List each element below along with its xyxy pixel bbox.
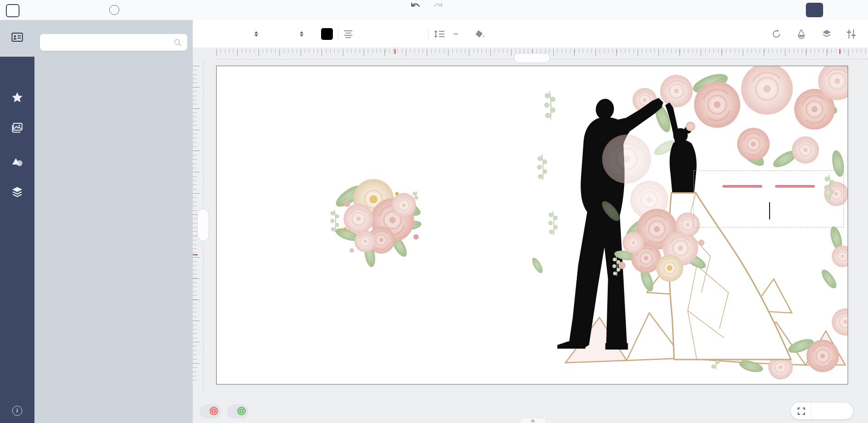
font-size-stepper[interactable] <box>296 20 303 48</box>
safe-zone-badge[interactable]: i <box>227 404 249 418</box>
sidebar: i <box>0 20 34 423</box>
text-cursor <box>769 202 770 219</box>
divider <box>338 28 338 40</box>
sidebar-item-szablony[interactable] <box>0 20 34 57</box>
text-toolbar <box>193 20 868 48</box>
photos-icon <box>11 122 23 134</box>
line-height-icon <box>434 30 445 38</box>
topbar <box>0 0 868 20</box>
cursor-y-marker <box>193 254 198 255</box>
safe-zone-info-icon: i <box>237 407 246 415</box>
sidebar-item-tekst[interactable] <box>0 61 34 63</box>
divider <box>811 403 811 419</box>
center-bouquet[interactable] <box>330 179 423 268</box>
page-width-badge <box>514 53 550 63</box>
droplet-icon <box>797 29 806 39</box>
reset-rotation-button[interactable] <box>771 20 781 48</box>
greenery-left <box>530 91 558 275</box>
font-family-stepper[interactable] <box>251 20 258 48</box>
sidebar-item-clipart[interactable] <box>0 92 34 106</box>
zoom-controls <box>791 403 853 419</box>
design-canvas[interactable] <box>216 66 848 384</box>
search-input[interactable] <box>45 39 174 46</box>
line-height-button[interactable] <box>434 20 445 48</box>
text-selection-box[interactable] <box>693 170 844 228</box>
fullscreen-icon <box>797 407 805 415</box>
fullscreen-button[interactable] <box>797 407 805 415</box>
redo-icon <box>433 2 443 9</box>
horizontal-ruler <box>193 48 868 60</box>
sliders-icon <box>846 29 857 39</box>
pink-dash <box>775 185 815 188</box>
star-icon <box>11 92 23 103</box>
shapes-icon <box>11 156 23 168</box>
ampersand-row <box>694 175 844 198</box>
help-icon[interactable] <box>109 5 119 15</box>
fill-bucket-icon <box>475 29 485 39</box>
opacity-button[interactable] <box>797 20 806 48</box>
chevron-up-icon <box>530 418 536 423</box>
align-center-button[interactable] <box>343 20 353 48</box>
page-height-badge <box>197 209 209 241</box>
templates-icon <box>11 31 23 43</box>
sidebar-item-elementy[interactable] <box>0 156 34 170</box>
home-button[interactable] <box>6 4 20 17</box>
text-color-swatch[interactable] <box>321 20 333 48</box>
align-center-icon <box>343 30 353 38</box>
cut-line-badge[interactable]: i <box>200 404 221 418</box>
template-search <box>40 34 187 51</box>
cursor-x-marker <box>839 49 840 54</box>
invitation-text-block[interactable] <box>693 169 844 229</box>
undo-button[interactable] <box>410 2 420 9</box>
sidebar-item-warstwy[interactable] <box>0 186 34 200</box>
layers-icon <box>11 186 23 198</box>
guide-badges: i i <box>200 404 249 418</box>
cursor-x-marker <box>395 49 395 54</box>
pink-dash <box>722 185 762 188</box>
search-icon <box>174 39 182 47</box>
history-controls <box>410 2 443 9</box>
sidebar-item-zdjecia[interactable] <box>0 122 34 136</box>
menubar <box>64 0 119 20</box>
divider <box>428 28 429 40</box>
undo-icon <box>410 2 420 9</box>
rotate-icon <box>771 29 781 39</box>
app-window: i <box>0 0 868 423</box>
bottom-drawer-handle[interactable] <box>520 418 546 423</box>
templates-panel <box>34 20 193 423</box>
layers-stack-icon <box>822 29 832 39</box>
cut-line-info-icon: i <box>210 407 218 415</box>
info-icon[interactable]: i <box>12 406 22 416</box>
invitation-name2[interactable] <box>694 198 844 223</box>
fill-bucket-button[interactable] <box>475 20 485 48</box>
vertical-ruler <box>193 60 211 423</box>
accept-button[interactable] <box>806 3 823 17</box>
numbered-list-button[interactable] <box>454 20 458 48</box>
layer-order-button[interactable] <box>822 20 832 48</box>
settings-sliders-button[interactable] <box>846 20 857 48</box>
redo-button[interactable] <box>433 2 443 9</box>
